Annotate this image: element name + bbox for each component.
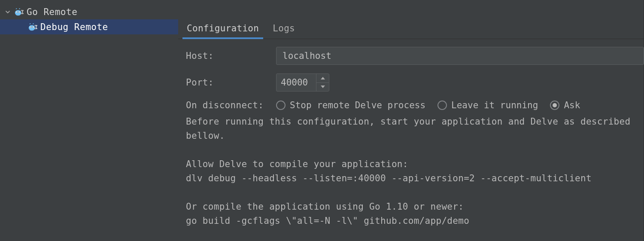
radio-icon [437,101,447,110]
svg-point-5 [29,25,35,31]
port-row: Port: [186,73,644,92]
port-label: Port: [186,77,276,88]
radio-leave-running[interactable]: Leave it running [437,100,538,110]
svg-point-2 [17,12,18,12]
config-panel: Configuration Logs Host: Port: [178,0,644,241]
host-row: Host: [186,47,644,65]
go-remote-icon [14,7,24,17]
on-disconnect-row: On disconnect: Stop remote Delve process… [186,100,644,110]
chevron-down-icon [4,9,11,15]
tab-label: Configuration [187,23,259,34]
host-label: Host: [186,51,276,61]
instructions-text: Before running this configuration, start… [178,115,644,228]
spinner-down-button[interactable] [316,82,329,92]
go-remote-icon [27,22,38,32]
on-disconnect-label: On disconnect: [186,100,276,110]
spinner-buttons [316,74,329,91]
radio-icon [276,101,286,110]
radio-label: Stop remote Delve process [290,100,425,110]
tree-node-label: Debug Remote [40,22,108,32]
port-spinner [276,73,329,92]
run-config-dialog: Go Remote Debug Remote Configuration Log [0,0,644,241]
port-input[interactable] [276,74,316,91]
tab-logs[interactable]: Logs [272,18,296,39]
config-tabs: Configuration Logs [178,18,644,39]
svg-point-0 [15,10,21,15]
tree-node-label: Go Remote [27,7,77,17]
radio-icon [550,101,559,110]
config-tree: Go Remote Debug Remote [0,0,178,241]
tree-node-debug-remote[interactable]: Debug Remote [0,19,178,34]
tab-configuration[interactable]: Configuration [186,18,260,39]
svg-point-7 [30,27,31,27]
host-input[interactable] [276,47,644,65]
tree-node-go-remote[interactable]: Go Remote [0,4,178,19]
tab-label: Logs [273,23,295,34]
config-form: Host: Port: [178,39,644,115]
radio-ask[interactable]: Ask [550,100,580,110]
on-disconnect-radio-group: Stop remote Delve process Leave it runni… [276,100,580,110]
radio-stop-remote[interactable]: Stop remote Delve process [276,100,425,110]
radio-label: Ask [564,100,580,110]
svg-point-4 [19,12,20,12]
spinner-up-button[interactable] [316,74,329,82]
radio-label: Leave it running [451,100,538,110]
svg-point-9 [33,27,33,27]
